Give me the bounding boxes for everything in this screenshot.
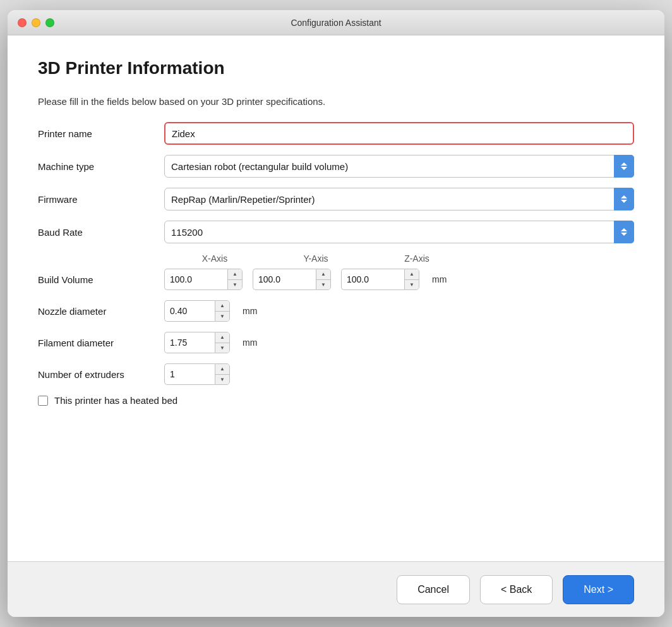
traffic-lights [18,18,54,27]
baud-rate-select-wrap: 115200 250000 230400 57600 38400 19200 9… [164,221,634,243]
extruders-down[interactable]: ▼ [215,375,229,385]
extruders-input[interactable] [164,363,215,385]
title-bar: Configuration Assistant [8,10,664,35]
x-axis-header: X-Axis [164,253,265,264]
build-volume-group: ▲ ▼ ▲ ▼ ▲ [164,269,447,290]
extruders-row: Number of extruders ▲ ▼ [38,363,634,385]
build-volume-z-up[interactable]: ▲ [405,269,419,280]
extruders-up[interactable]: ▲ [215,364,229,375]
build-volume-x-down[interactable]: ▼ [228,280,242,290]
nozzle-diameter-group: ▲ ▼ mm [164,300,257,322]
heated-bed-row: This printer has a heated bed [38,395,634,406]
nozzle-diameter-arrows: ▲ ▼ [215,300,230,322]
extruders-group: ▲ ▼ [164,363,235,385]
printer-name-wrap [164,122,634,145]
machine-type-label: Machine type [38,161,164,172]
firmware-row: Firmware RepRap (Marlin/Repetier/Sprinte… [38,188,634,210]
build-volume-row: Build Volume ▲ ▼ ▲ ▼ [38,269,634,290]
firmware-select-wrap: RepRap (Marlin/Repetier/Sprinter) Sailfi… [164,188,634,210]
printer-name-input[interactable] [164,122,634,145]
build-volume-y-input[interactable] [253,269,316,290]
filament-diameter-up[interactable]: ▲ [215,332,229,343]
build-volume-y-wrap: ▲ ▼ [253,269,331,290]
minimize-button[interactable] [32,18,40,27]
page-description: Please fill in the fields below based on… [38,96,634,107]
form-area: Printer name Machine type Cartesian robo… [38,122,634,546]
nozzle-diameter-label: Nozzle diameter [38,306,164,317]
baud-rate-label: Baud Rate [38,227,164,238]
firmware-select[interactable]: RepRap (Marlin/Repetier/Sprinter) Sailfi… [164,188,634,210]
printer-name-row: Printer name [38,122,634,145]
maximize-button[interactable] [45,18,54,27]
nozzle-diameter-up[interactable]: ▲ [215,301,229,312]
firmware-label: Firmware [38,194,164,205]
printer-name-label: Printer name [38,128,164,139]
heated-bed-label: This printer has a heated bed [54,395,177,406]
build-volume-z-input[interactable] [341,269,404,290]
build-volume-y-up[interactable]: ▲ [316,269,330,280]
y-axis-header: Y-Axis [265,253,366,264]
filament-diameter-unit: mm [243,338,257,348]
filament-diameter-arrows: ▲ ▼ [215,332,230,353]
build-volume-y-down[interactable]: ▼ [316,280,330,290]
page-title: 3D Printer Information [38,58,634,78]
filament-diameter-group: ▲ ▼ mm [164,332,257,353]
cancel-button[interactable]: Cancel [397,575,470,604]
build-volume-y-arrows: ▲ ▼ [316,269,331,290]
next-button[interactable]: Next > [563,575,634,604]
extruders-arrows: ▲ ▼ [215,363,230,385]
firmware-wrap: RepRap (Marlin/Repetier/Sprinter) Sailfi… [164,188,634,210]
baud-rate-select[interactable]: 115200 250000 230400 57600 38400 19200 9… [164,221,634,243]
machine-type-row: Machine type Cartesian robot (rectangula… [38,155,634,178]
build-volume-x-wrap: ▲ ▼ [164,269,243,290]
nozzle-diameter-unit: mm [243,306,257,316]
machine-type-select[interactable]: Cartesian robot (rectangular build volum… [164,155,634,178]
machine-type-select-wrap: Cartesian robot (rectangular build volum… [164,155,634,178]
build-volume-z-down[interactable]: ▼ [405,280,419,290]
build-volume-label: Build Volume [38,274,164,285]
build-volume-x-up[interactable]: ▲ [228,269,242,280]
window-title: Configuration Assistant [291,18,381,28]
filament-diameter-wrap: ▲ ▼ [164,332,230,353]
baud-rate-wrap: 115200 250000 230400 57600 38400 19200 9… [164,221,634,243]
filament-diameter-label: Filament diameter [38,338,164,348]
filament-diameter-row: Filament diameter ▲ ▼ mm [38,332,634,353]
build-volume-unit: mm [432,274,447,284]
main-window: Configuration Assistant 3D Printer Infor… [8,10,664,617]
build-volume-x-arrows: ▲ ▼ [227,269,243,290]
build-volume-x-input[interactable] [164,269,227,290]
filament-diameter-down[interactable]: ▼ [215,343,229,353]
build-volume-z-arrows: ▲ ▼ [404,269,419,290]
axis-headers: X-Axis Y-Axis Z-Axis [164,253,634,264]
nozzle-diameter-wrap: ▲ ▼ [164,300,230,322]
nozzle-diameter-row: Nozzle diameter ▲ ▼ mm [38,300,634,322]
extruders-label: Number of extruders [38,369,164,380]
close-button[interactable] [18,18,27,27]
main-content: 3D Printer Information Please fill in th… [8,35,664,561]
heated-bed-checkbox[interactable] [38,396,48,406]
extruders-wrap: ▲ ▼ [164,363,230,385]
nozzle-diameter-down[interactable]: ▼ [215,312,229,322]
build-volume-z-wrap: ▲ ▼ [341,269,419,290]
z-axis-header: Z-Axis [366,253,467,264]
machine-type-wrap: Cartesian robot (rectangular build volum… [164,155,634,178]
nozzle-diameter-input[interactable] [164,300,215,322]
filament-diameter-input[interactable] [164,332,215,353]
back-button[interactable]: < Back [480,575,553,604]
baud-rate-row: Baud Rate 115200 250000 230400 57600 384… [38,221,634,243]
footer-bar: Cancel < Back Next > [8,561,664,617]
